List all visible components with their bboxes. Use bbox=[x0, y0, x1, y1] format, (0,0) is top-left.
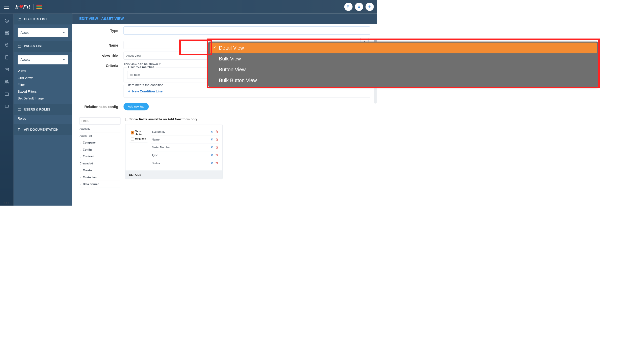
side-item-defaultimage[interactable]: Set Default Image bbox=[18, 95, 68, 102]
photo-settings-box: ✓Show photo Required bbox=[129, 128, 148, 142]
trash-icon[interactable]: 🗑 bbox=[215, 130, 218, 133]
field-item[interactable]: Asset ID bbox=[79, 125, 120, 132]
label-type: Type bbox=[79, 28, 124, 33]
nav-dashboard-icon[interactable] bbox=[5, 18, 9, 24]
side-item-savedfilters[interactable]: Saved Filters bbox=[18, 88, 68, 95]
trash-icon[interactable]: 🗑 bbox=[215, 146, 218, 149]
field-item[interactable]: ⌄Contract bbox=[79, 153, 120, 160]
menu-toggle[interactable] bbox=[0, 0, 14, 14]
nav-building-icon[interactable] bbox=[5, 55, 9, 60]
gear-icon[interactable]: ⚙ bbox=[211, 161, 214, 165]
svg-rect-21 bbox=[5, 93, 9, 95]
trash-icon[interactable]: 🗑 bbox=[215, 138, 218, 141]
label-viewtitle: View Title bbox=[79, 53, 124, 58]
gear-icon[interactable]: ⚙ bbox=[211, 138, 214, 141]
side-item-gridviews[interactable]: Grid Views bbox=[18, 75, 68, 81]
details-section-header[interactable]: DETAILS bbox=[126, 170, 223, 179]
nav-users-icon[interactable] bbox=[5, 80, 9, 85]
label-criteria: Criteria bbox=[79, 62, 124, 68]
selected-field-row[interactable]: System ID⚙🗑 bbox=[151, 128, 219, 136]
gear-icon[interactable]: ⚙ bbox=[211, 146, 214, 149]
legend-condition: Item meets the condition bbox=[127, 83, 165, 87]
selected-fields-list: System ID⚙🗑Name⚙🗑Serial Number⚙🗑Type⚙🗑St… bbox=[151, 128, 219, 167]
field-item[interactable]: ⌄Data Source bbox=[79, 181, 120, 188]
selected-field-row[interactable]: Status⚙🗑 bbox=[151, 159, 219, 167]
add-button[interactable] bbox=[366, 3, 374, 11]
available-fields-list: Asset IDAsset Tag⌄Company⌄Config⌄Contrac… bbox=[79, 125, 120, 188]
selected-fields-card: ✓Show photo Required System ID⚙🗑Name⚙🗑Se… bbox=[125, 124, 223, 179]
section-objects-list[interactable]: OBJECTS LIST bbox=[14, 14, 72, 24]
trash-icon[interactable]: 🗑 bbox=[215, 161, 218, 165]
show-fields-checkbox[interactable] bbox=[125, 118, 128, 121]
label-relation-tabs: Relation tabs config bbox=[79, 104, 124, 109]
pages-items: Views Grid Views Filter Saved Filters Se… bbox=[14, 68, 72, 104]
nav-stack-icon[interactable] bbox=[5, 30, 9, 36]
logo: b❤Fit bbox=[15, 4, 42, 10]
trash-icon[interactable]: 🗑 bbox=[215, 153, 218, 157]
top-bar: b❤Fit bbox=[0, 0, 377, 14]
svg-point-19 bbox=[5, 81, 7, 82]
left-icon-rail bbox=[0, 14, 14, 206]
svg-point-10 bbox=[6, 44, 7, 45]
gear-icon[interactable]: ⚙ bbox=[211, 153, 214, 157]
svg-rect-23 bbox=[5, 105, 8, 107]
section-users-title: USERS & ROLES bbox=[24, 108, 50, 112]
selected-field-row[interactable]: Name⚙🗑 bbox=[151, 136, 219, 144]
new-condition-button[interactable]: ＋New Condition Line bbox=[127, 89, 163, 94]
section-api-title: API DOCUMENTATION bbox=[24, 128, 59, 131]
svg-rect-9 bbox=[5, 34, 9, 34]
dropdown-option-bulk-button-view[interactable]: Bulk Button View bbox=[210, 75, 597, 86]
admin-sidebar: OBJECTS LIST Asset PAGES LIST Assets Vie… bbox=[14, 14, 72, 206]
type-select[interactable] bbox=[124, 26, 370, 34]
section-pages-list[interactable]: PAGES LIST bbox=[14, 41, 72, 52]
nav-device-icon[interactable] bbox=[5, 92, 9, 97]
svg-rect-11 bbox=[6, 56, 8, 59]
page-title: EDIT VIEW - ASSET VIEW bbox=[72, 14, 377, 24]
show-photo-toggle[interactable]: ✓Show photo bbox=[131, 130, 146, 136]
nav-location-icon[interactable] bbox=[5, 43, 9, 48]
page-select[interactable]: Assets bbox=[18, 55, 68, 64]
side-item-roles[interactable]: Roles bbox=[18, 115, 68, 122]
field-item[interactable]: ⌄Custodian bbox=[79, 174, 120, 181]
object-select[interactable]: Asset bbox=[18, 28, 68, 37]
gear-icon[interactable]: ⚙ bbox=[211, 130, 214, 133]
section-users-roles[interactable]: USERS & ROLES bbox=[14, 104, 72, 115]
field-item[interactable]: Asset Tag bbox=[79, 132, 120, 139]
user-button[interactable] bbox=[355, 3, 363, 11]
nav-laptop-icon[interactable] bbox=[5, 104, 9, 109]
side-item-filter[interactable]: Filter bbox=[18, 81, 68, 88]
selected-field-row[interactable]: Type⚙🗑 bbox=[151, 151, 219, 159]
field-item[interactable]: ⌄Config bbox=[79, 146, 120, 153]
bottom-dots-icon bbox=[4, 202, 9, 204]
svg-rect-8 bbox=[5, 33, 9, 34]
selected-field-row[interactable]: Serial Number⚙🗑 bbox=[151, 144, 219, 151]
add-new-tab-button[interactable]: Add new tab bbox=[124, 103, 149, 110]
section-api-docs[interactable]: API DOCUMENTATION bbox=[14, 124, 72, 135]
field-item[interactable]: ⌄Creator bbox=[79, 167, 120, 174]
svg-rect-18 bbox=[5, 68, 9, 71]
filter-input[interactable] bbox=[79, 117, 120, 124]
section-pages-title: PAGES LIST bbox=[24, 44, 43, 48]
legend-user-role: User role matches bbox=[127, 65, 156, 69]
section-objects-title: OBJECTS LIST bbox=[24, 17, 47, 21]
dropdown-option-bulk-view[interactable]: Bulk View bbox=[210, 53, 597, 64]
field-item[interactable]: ⌄Company bbox=[79, 139, 120, 146]
label-name: Name bbox=[79, 43, 124, 47]
dropdown-option-detail-view[interactable]: Detail View bbox=[210, 43, 597, 53]
side-item-views[interactable]: Views bbox=[18, 68, 68, 75]
type-dropdown-panel: Detail View Bulk View Button View Bulk B… bbox=[208, 42, 598, 87]
svg-rect-7 bbox=[5, 31, 9, 32]
dropdown-option-button-view[interactable]: Button View bbox=[210, 64, 597, 75]
required-toggle[interactable]: Required bbox=[131, 137, 146, 141]
svg-point-3 bbox=[358, 6, 360, 7]
field-item[interactable]: Created At bbox=[79, 160, 120, 167]
show-fields-label: Show fields available on Add New form on… bbox=[129, 117, 197, 121]
users-items: Roles bbox=[14, 115, 72, 124]
svg-point-20 bbox=[7, 81, 8, 82]
flag-button[interactable] bbox=[344, 3, 353, 11]
nav-mail-icon[interactable] bbox=[5, 67, 9, 73]
